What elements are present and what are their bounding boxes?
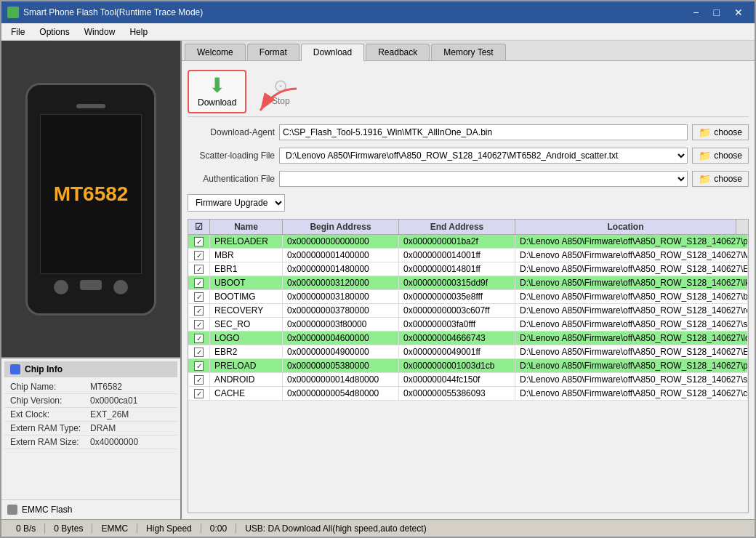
auth-file-row: Authentication File 📁 choose	[188, 171, 749, 187]
row-name: BOOTIMG	[210, 290, 283, 303]
row-checkbox[interactable]	[188, 359, 210, 372]
row-checkbox[interactable]	[188, 262, 210, 276]
download-agent-input[interactable]	[279, 124, 688, 140]
row-end: 0x000000044fc150f	[399, 373, 515, 386]
firmware-upgrade-select[interactable]: Firmware Upgrade	[188, 194, 285, 212]
table-row: BOOTIMG 0x000000003180000 0x00000000035e…	[188, 290, 748, 304]
scatter-choose-button[interactable]: 📁 choose	[692, 148, 749, 164]
checkbox[interactable]	[194, 375, 204, 385]
type-value: EMMC	[101, 523, 128, 534]
download-button[interactable]: ⬇ Download	[188, 70, 246, 113]
row-begin: 0x000000001400000	[283, 249, 399, 262]
row-name: MBR	[210, 249, 283, 262]
th-location: Location	[515, 220, 736, 234]
row-begin: 0x000000003120000	[283, 276, 399, 289]
checkbox[interactable]	[194, 320, 204, 329]
scatter-label: Scatter-loading File	[188, 150, 275, 161]
row-end: 0x000000000315dd9f	[399, 276, 515, 289]
checkbox[interactable]	[194, 251, 204, 260]
chip-row-ram-type: Extern RAM Type: DRAM	[4, 422, 177, 435]
checkbox[interactable]	[194, 334, 204, 343]
row-checkbox[interactable]	[188, 235, 210, 248]
phone-menu-btn	[113, 280, 128, 294]
menu-item-file[interactable]: File	[4, 25, 31, 39]
row-name: EBR2	[210, 345, 283, 358]
maximize-button[interactable]: □	[708, 5, 725, 20]
row-checkbox[interactable]	[188, 387, 210, 400]
row-begin: 0x000000004600000	[283, 332, 399, 345]
tab-welcome[interactable]: Welcome	[185, 44, 246, 60]
phone-home-btn	[80, 280, 102, 290]
chip-info-scroll[interactable]: Chip Name: MT6582 Chip Version: 0x0000ca…	[4, 380, 177, 497]
row-location: D:\Lenovo A850\Firmware\off\A850_ROW_S12…	[515, 373, 748, 386]
row-checkbox[interactable]	[188, 318, 210, 331]
row-begin: 0x000000001480000	[283, 262, 399, 276]
chip-info-title: Chip Info	[25, 364, 63, 374]
tab-memory-test[interactable]: Memory Test	[431, 44, 505, 60]
table-body[interactable]: PRELOADER 0x000000000000000 0x0000000001…	[188, 235, 748, 513]
checkbox[interactable]	[194, 361, 204, 371]
scatter-file-row: Scatter-loading File D:\Lenovo A850\Firm…	[188, 148, 749, 164]
tab-format[interactable]: Format	[247, 44, 299, 60]
menu-item-help[interactable]: Help	[123, 25, 154, 39]
table-row: ANDROID 0x00000000014d80000 0x000000044f…	[188, 373, 748, 387]
row-checkbox[interactable]	[188, 290, 210, 303]
checkbox[interactable]	[194, 348, 204, 357]
th-end-address: End Address	[399, 220, 515, 234]
bytes-value: 0 Bytes	[54, 523, 83, 534]
connection-value: High Speed	[146, 523, 192, 534]
auth-file-select[interactable]	[279, 171, 688, 187]
th-checkbox: ☑	[188, 220, 210, 234]
checkbox[interactable]	[194, 237, 204, 246]
row-name: CACHE	[210, 387, 283, 400]
tab-download[interactable]: Download	[301, 44, 364, 61]
phone-speaker	[76, 104, 105, 108]
row-begin: 0x00000000054d80000	[283, 387, 399, 400]
title-bar: Smart Phone Flash Tool(Runtime Trace Mod…	[1, 1, 755, 23]
row-checkbox[interactable]	[188, 332, 210, 345]
stop-label: Stop	[272, 96, 290, 106]
checkbox[interactable]	[194, 278, 204, 288]
checkbox[interactable]	[194, 306, 204, 316]
chip-clock-value: EXT_26M	[90, 409, 129, 419]
table-row: MBR 0x000000001400000 0x0000000014001ff …	[188, 249, 748, 262]
menu-item-window[interactable]: Window	[78, 25, 122, 39]
row-checkbox[interactable]	[188, 304, 210, 317]
row-name: SEC_RO	[210, 318, 283, 331]
emmc-icon	[7, 505, 17, 515]
checkbox[interactable]	[194, 292, 204, 302]
row-begin: 0x000000004900000	[283, 345, 399, 358]
chip-name-label: Chip Name:	[10, 382, 90, 392]
row-end: 0x0000000001ba2f	[399, 235, 515, 248]
row-begin: 0x000000003780000	[283, 304, 399, 317]
download-arrow-icon: ⬇	[209, 76, 225, 96]
phone-model-text: MT6582	[54, 182, 129, 206]
checkbox[interactable]	[194, 389, 204, 398]
right-panel: Welcome Format Download Readback Memory …	[182, 41, 755, 519]
menu-item-options[interactable]: Options	[33, 25, 76, 39]
phone-back-btn	[54, 280, 68, 294]
scatter-file-select[interactable]: D:\Lenovo A850\Firmware\off\A850_ROW_S12…	[279, 148, 688, 164]
emmc-section: EMMC Flash	[1, 499, 180, 519]
download-agent-choose-button[interactable]: 📁 choose	[692, 124, 749, 140]
close-button[interactable]: ✕	[728, 5, 749, 20]
chip-ram-size-label: Extern RAM Size:	[10, 437, 90, 447]
folder-icon-3: 📁	[699, 173, 711, 185]
download-tab-content: ⬇ Download ⊙ Stop	[182, 61, 755, 519]
phone-display: MT6582	[1, 41, 180, 357]
row-checkbox[interactable]	[188, 345, 210, 358]
row-begin: 0x000000005380000	[283, 359, 399, 372]
tab-readback[interactable]: Readback	[366, 44, 430, 60]
minimize-button[interactable]: −	[687, 5, 704, 20]
row-checkbox[interactable]	[188, 276, 210, 289]
row-checkbox[interactable]	[188, 373, 210, 386]
row-location: D:\Lenovo A850\Firmware\off\A850_ROW_S12…	[515, 235, 748, 248]
row-name: UBOOT	[210, 276, 283, 289]
chip-version-value: 0x0000ca01	[90, 396, 137, 406]
toolbar: ⬇ Download ⊙ Stop	[188, 67, 749, 117]
checkbox[interactable]	[194, 265, 204, 274]
row-checkbox[interactable]	[188, 249, 210, 262]
auth-choose-button[interactable]: 📁 choose	[692, 171, 749, 187]
main-content: MT6582 Chip Info Chip Name	[1, 41, 755, 519]
table-header: ☑ Name Begin Address End Address Locatio…	[188, 220, 748, 235]
